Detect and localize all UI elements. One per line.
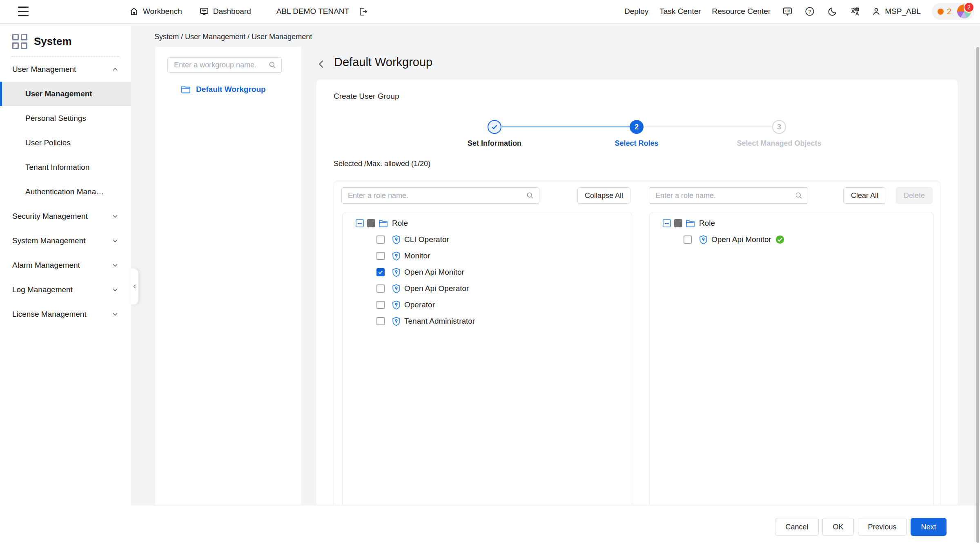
nav-workbench-label: Workbench: [143, 7, 182, 16]
role-shield-icon: [392, 268, 401, 277]
sidebar-app-title: System: [34, 35, 72, 48]
apps-logo-icon[interactable]: 2: [957, 4, 971, 18]
collapse-toggle-icon[interactable]: [356, 219, 364, 227]
help-icon[interactable]: ?: [804, 6, 815, 17]
role-row-operator: Operator: [343, 297, 632, 313]
workgroup-search-input[interactable]: [167, 57, 282, 73]
role-checkbox-checked[interactable]: [376, 268, 385, 276]
sidebar-group-label: License Management: [12, 310, 87, 319]
breadcrumb: System / User Management / User Manageme…: [154, 33, 312, 41]
nav-deploy[interactable]: Deploy: [624, 7, 648, 16]
collapse-all-button[interactable]: Collapse All: [577, 187, 630, 204]
sidebar-item-tenant-information[interactable]: Tenant Information: [0, 155, 131, 180]
top-actions: Deploy Task Center Resource Center Old ?…: [624, 0, 974, 23]
step-3-circle[interactable]: 3: [772, 120, 786, 134]
nav-dashboard-label: Dashboard: [213, 7, 251, 16]
role-row-open-api-operator: Open Api Operator: [343, 280, 632, 297]
role-shield-icon: [392, 317, 401, 326]
previous-button[interactable]: Previous: [858, 518, 906, 536]
sidebar-group-log-management[interactable]: Log Management: [0, 278, 131, 302]
home-icon: [129, 7, 139, 16]
root-checkbox-indeterminate[interactable]: [674, 219, 682, 227]
role-shield-icon: [699, 235, 708, 244]
selected-roles-tree: Role Open Api Monitor: [650, 213, 933, 248]
menu-icon[interactable]: [18, 7, 29, 16]
step-connector-pending: [644, 127, 772, 127]
collapse-toggle-icon[interactable]: [663, 219, 671, 227]
sidebar-group-security-management[interactable]: Security Management: [0, 204, 131, 229]
role-label: Operator: [404, 300, 435, 309]
top-bar: Workbench Dashboard ABL DEMO TENANT Depl…: [0, 0, 980, 24]
clear-all-button[interactable]: Clear All: [843, 187, 886, 204]
user-icon: [871, 7, 881, 16]
role-checkbox[interactable]: [376, 252, 385, 260]
folder-icon: [379, 219, 388, 228]
sidebar-group-alarm-management[interactable]: Alarm Management: [0, 253, 131, 278]
chevron-down-icon: [111, 310, 119, 318]
top-nav: Workbench Dashboard ABL DEMO TENANT: [129, 0, 369, 23]
role-checkbox[interactable]: [376, 284, 385, 293]
granted-check-icon: [775, 235, 784, 244]
sidebar-group-license-management[interactable]: License Management: [0, 302, 131, 327]
tenant-name: ABL DEMO TENANT: [276, 7, 349, 16]
role-checkbox[interactable]: [376, 301, 385, 309]
role-checkbox[interactable]: [376, 236, 385, 244]
chevron-up-icon: [111, 65, 119, 73]
role-checkbox[interactable]: [376, 317, 385, 325]
search-icon[interactable]: [268, 61, 276, 69]
workgroup-search: [167, 57, 282, 73]
page-scrollbar[interactable]: [976, 47, 979, 543]
sidebar-item-label: User Policies: [25, 138, 71, 147]
language-icon[interactable]: A: [849, 6, 860, 17]
sidebar-item-user-policies[interactable]: User Policies: [0, 131, 131, 155]
role-row-cli-operator: CLI Operator: [343, 231, 632, 248]
user-menu[interactable]: MSP_ABL: [871, 7, 921, 16]
role-shield-icon: [392, 251, 401, 261]
sidebar-group-label: Security Management: [12, 212, 88, 221]
chevron-down-icon: [111, 261, 119, 269]
sidebar-collapse-handle[interactable]: [131, 269, 138, 304]
sidebar-group-system-management[interactable]: System Management: [0, 229, 131, 253]
sidebar-group-user-management[interactable]: User Management: [0, 57, 131, 82]
step-number: 3: [777, 123, 781, 131]
root-checkbox-indeterminate[interactable]: [367, 219, 375, 227]
back-button[interactable]: [315, 58, 327, 70]
role-shield-icon: [392, 300, 401, 310]
folder-icon: [181, 85, 191, 94]
sidebar-item-user-management[interactable]: User Management: [0, 82, 131, 106]
role-transfer: Collapse All Clear All Delete: [334, 182, 940, 505]
status-pill: 2 2: [932, 3, 974, 20]
role-checkbox[interactable]: [684, 236, 692, 244]
nav-workbench[interactable]: Workbench: [129, 7, 182, 16]
ok-button[interactable]: OK: [822, 518, 854, 536]
alarm-dot-icon[interactable]: [938, 9, 944, 15]
role-row-tenant-administrator: Tenant Administrator: [343, 313, 632, 329]
cancel-button[interactable]: Cancel: [775, 518, 819, 536]
role-row-monitor: Monitor: [343, 248, 632, 264]
next-button[interactable]: Next: [911, 518, 947, 536]
right-role-search-input[interactable]: [649, 187, 808, 204]
workgroup-tree-item[interactable]: Default Workgroup: [181, 85, 266, 94]
switch-tenant-icon[interactable]: [357, 6, 369, 17]
delete-button[interactable]: Delete: [896, 187, 933, 204]
left-role-search-input[interactable]: [341, 187, 539, 204]
selected-roles-panel: Role Open Api Monitor: [650, 213, 933, 505]
search-icon[interactable]: [795, 191, 803, 200]
dark-mode-icon[interactable]: [826, 6, 838, 17]
nav-dashboard[interactable]: Dashboard: [199, 7, 251, 16]
step-2-circle[interactable]: 2: [630, 120, 644, 134]
selected-max-info: Selected /Max. allowed (1/20): [334, 160, 430, 168]
available-roles-panel: Role CLI Operator Monitor: [343, 213, 632, 505]
role-label: CLI Operator: [404, 235, 449, 244]
sidebar-item-authentication[interactable]: Authentication Mana…: [0, 180, 131, 204]
search-icon[interactable]: [526, 191, 534, 200]
nav-task-center[interactable]: Task Center: [659, 7, 701, 16]
role-shield-icon: [392, 235, 401, 244]
nav-resource-center[interactable]: Resource Center: [712, 7, 771, 16]
step-1-circle[interactable]: [488, 120, 501, 134]
sidebar-item-label: Authentication Mana…: [25, 187, 104, 196]
sidebar-menu: User Management User Management Personal…: [0, 57, 131, 327]
alarm-count: 2: [947, 7, 951, 16]
old-version-icon[interactable]: Old: [782, 6, 793, 17]
sidebar-item-personal-settings[interactable]: Personal Settings: [0, 106, 131, 131]
